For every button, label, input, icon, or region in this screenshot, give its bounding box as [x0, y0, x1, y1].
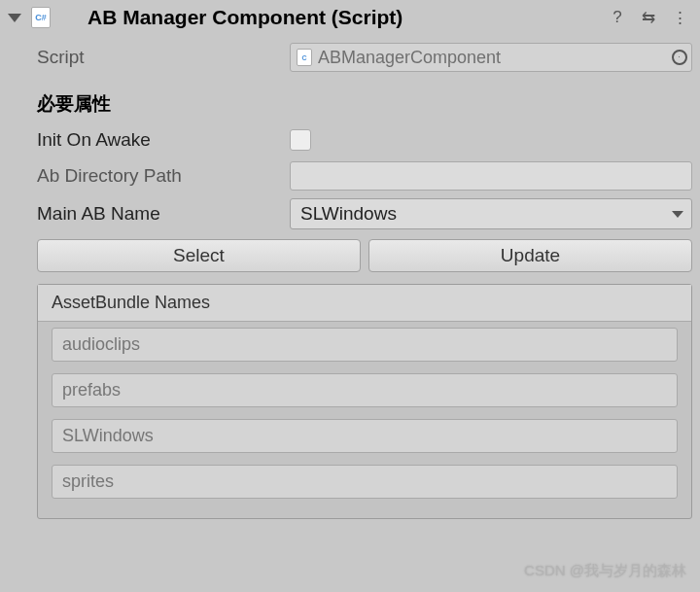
script-label: Script [37, 47, 290, 68]
script-object-field[interactable]: ABManagerComponent [290, 43, 692, 72]
init-on-awake-label: Init On Awake [37, 129, 290, 151]
main-ab-name-value: SLWindows [300, 203, 397, 225]
update-button[interactable]: Update [368, 239, 692, 272]
component-foldout[interactable] [8, 14, 21, 22]
list-item[interactable]: sprites [52, 465, 678, 499]
list-item[interactable]: SLWindows [52, 419, 678, 453]
watermark: CSDN @我与岁月的森林 [524, 562, 686, 580]
ab-directory-path-field[interactable] [290, 161, 692, 191]
list-item[interactable]: prefabs [52, 373, 678, 407]
select-button[interactable]: Select [37, 239, 361, 272]
preset-icon[interactable]: ⇆ [640, 9, 657, 26]
main-ab-name-label: Main AB Name [37, 203, 290, 225]
script-value: ABManagerComponent [318, 48, 501, 68]
script-icon [31, 7, 51, 28]
main-ab-name-dropdown[interactable]: SLWindows [290, 198, 692, 229]
init-on-awake-checkbox[interactable] [290, 129, 311, 151]
help-icon[interactable]: ? [609, 9, 626, 26]
section-required: 必要属性 [0, 76, 700, 122]
list-item[interactable]: audioclips [52, 328, 678, 362]
context-menu-icon[interactable]: ⋮ [671, 9, 688, 26]
assetbundle-list: AssetBundle Names audioclips prefabs SLW… [37, 284, 692, 519]
component-title: AB Manager Component (Script) [88, 6, 601, 29]
ab-directory-path-label: Ab Directory Path [37, 165, 290, 187]
object-picker-icon[interactable] [672, 50, 687, 65]
assetbundle-list-header: AssetBundle Names [38, 285, 691, 322]
cs-icon [297, 49, 312, 66]
